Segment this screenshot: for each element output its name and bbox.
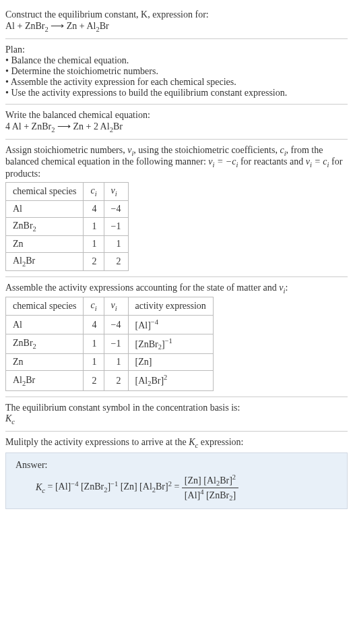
plan-item-text: Balance the chemical equation. <box>11 55 129 65</box>
cell-activity: [Zn] <box>128 354 213 371</box>
text: , using the stoichiometric coefficients, <box>133 145 280 155</box>
divider <box>5 38 348 39</box>
answer-box: Answer: Kc = [Al]−4 [ZnBr2]−1 [Zn] [Al2B… <box>5 452 348 509</box>
cell-ci: 2 <box>84 252 104 270</box>
plan-item: • Determine the stoichiometric numbers. <box>5 66 348 77</box>
cell-ci: 1 <box>84 235 104 252</box>
cell-nui: −1 <box>104 334 128 353</box>
question-header: Construct the equilibrium constant, K, e… <box>5 5 348 37</box>
assign-section: Assign stoichiometric numbers, νi, using… <box>5 141 348 275</box>
plan-item: • Use the activity expressions to build … <box>5 88 348 98</box>
fraction-numerator: [Zn] [Al2Br]2 <box>182 473 238 488</box>
answer-label: Answer: <box>15 460 338 471</box>
cell-species: ZnBr2 <box>6 334 84 353</box>
plan-item-text: Assemble the activity expression for eac… <box>11 77 236 87</box>
activity-table: chemical species ci νi activity expressi… <box>5 297 214 390</box>
plan-section: Plan: • Balance the chemical equation. •… <box>5 40 348 103</box>
cell-ci: 1 <box>84 217 104 235</box>
cell-activity: [Al]−4 <box>128 316 213 334</box>
plan-item: • Assemble the activity expression for e… <box>5 77 348 88</box>
activity-section: Assemble the activity expressions accoun… <box>5 279 348 395</box>
col-ci: ci <box>84 183 104 201</box>
table-header-row: chemical species ci νi <box>6 183 129 201</box>
multiply-section: Mulitply the activity expressions to arr… <box>5 433 348 514</box>
plan-title: Plan: <box>5 45 348 55</box>
divider <box>5 431 348 432</box>
answer-expression: Kc = [Al]−4 [ZnBr2]−1 [Zn] [Al2Br]2 = [Z… <box>15 473 338 502</box>
plan-item: • Balance the chemical equation. <box>5 55 348 66</box>
cell-activity: [ZnBr2]−1 <box>128 334 213 353</box>
fraction-denominator: [Al]4 [ZnBr2] <box>182 488 238 502</box>
kc-intro: The equilibrium constant symbol in the c… <box>5 403 348 413</box>
plan-item-text: Use the activity expressions to build th… <box>11 88 287 98</box>
text: for reactants and <box>238 156 305 167</box>
cell-ci: 2 <box>84 371 104 390</box>
cell-ci: 4 <box>84 200 104 217</box>
table-row: ZnBr2 1 −1 [ZnBr2]−1 <box>6 334 214 353</box>
balanced-section: Write the balanced chemical equation: 4 … <box>5 106 348 138</box>
cell-nui: 2 <box>104 252 128 270</box>
balanced-intro: Write the balanced chemical equation: <box>5 110 348 121</box>
col-nui: νi <box>104 297 128 316</box>
divider <box>5 276 348 277</box>
kc-symbol-section: The equilibrium constant symbol in the c… <box>5 399 348 430</box>
cell-ci: 4 <box>84 316 104 334</box>
cell-nui: −4 <box>104 316 128 334</box>
cell-species: Al2Br <box>6 371 84 390</box>
col-species: chemical species <box>6 297 84 316</box>
kc-symbol: Kc <box>5 413 348 426</box>
table-row: Zn 1 1 [Zn] <box>6 354 214 371</box>
cell-activity: [Al2Br]2 <box>128 371 213 390</box>
col-activity: activity expression <box>128 297 213 316</box>
ci-symbol: ci <box>280 145 286 155</box>
stoich-table: chemical species ci νi Al 4 −4 ZnBr2 1 −… <box>5 182 129 270</box>
fraction: [Zn] [Al2Br]2 [Al]4 [ZnBr2] <box>182 473 238 502</box>
cell-species: Al2Br <box>6 252 84 270</box>
col-nui: νi <box>104 183 128 201</box>
cell-nui: −4 <box>104 200 128 217</box>
multiply-intro: Mulitply the activity expressions to arr… <box>5 437 348 449</box>
table-row: Al 4 −4 [Al]−4 <box>6 316 214 334</box>
divider <box>5 104 348 105</box>
text: Assign stoichiometric numbers, <box>5 145 127 155</box>
col-ci: ci <box>84 297 104 316</box>
prod-eq: νi = ci <box>306 156 329 167</box>
divider <box>5 139 348 140</box>
cell-ci: 1 <box>84 334 104 353</box>
balanced-equation: 4 Al + ZnBr2 ⟶ Zn + 2 Al2Br <box>5 121 348 134</box>
cell-nui: 1 <box>104 235 128 252</box>
table-row: Al2Br 2 2 <box>6 252 129 270</box>
cell-nui: 1 <box>104 354 128 371</box>
cell-species: Al <box>6 316 84 334</box>
prompt-text: Construct the equilibrium constant, K, e… <box>5 9 209 20</box>
col-species: chemical species <box>6 183 84 201</box>
table-row: Al2Br 2 2 [Al2Br]2 <box>6 371 214 390</box>
nu-symbol: νi <box>127 145 133 155</box>
cell-nui: −1 <box>104 217 128 235</box>
cell-species: Zn <box>6 235 84 252</box>
table-row: ZnBr2 1 −1 <box>6 217 129 235</box>
assign-intro: Assign stoichiometric numbers, νi, using… <box>5 145 348 180</box>
cell-species: Zn <box>6 354 84 371</box>
table-row: Zn 1 1 <box>6 235 129 252</box>
divider <box>5 397 348 397</box>
table-row: Al 4 −4 <box>6 200 129 217</box>
table-header-row: chemical species ci νi activity expressi… <box>6 297 214 316</box>
react-eq: νi = −ci <box>208 156 238 167</box>
cell-nui: 2 <box>104 371 128 390</box>
cell-species: ZnBr2 <box>6 217 84 235</box>
activity-intro: Assemble the activity expressions accoun… <box>5 283 348 295</box>
unbalanced-equation: Al + ZnBr2 ⟶ Zn + Al2Br <box>5 20 348 33</box>
cell-ci: 1 <box>84 354 104 371</box>
plan-item-text: Determine the stoichiometric numbers. <box>11 66 158 76</box>
cell-species: Al <box>6 200 84 217</box>
prompt-line: Construct the equilibrium constant, K, e… <box>5 9 348 20</box>
